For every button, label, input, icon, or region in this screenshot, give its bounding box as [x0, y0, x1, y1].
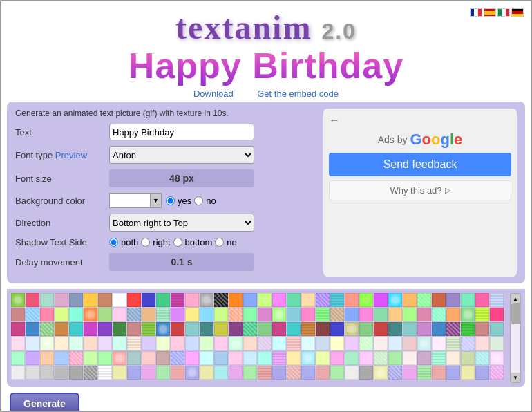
- texture-cell[interactable]: [359, 337, 373, 350]
- texture-cell[interactable]: [171, 308, 184, 321]
- texture-cell[interactable]: [200, 337, 213, 350]
- embed-link[interactable]: Get the embed code: [257, 88, 339, 99]
- shadow-no-label[interactable]: no: [227, 237, 236, 247]
- texture-cell[interactable]: [142, 351, 155, 365]
- texture-cell[interactable]: [403, 293, 417, 307]
- texture-cell[interactable]: [388, 366, 402, 380]
- texture-cell[interactable]: [98, 337, 112, 350]
- texture-cell[interactable]: [142, 293, 155, 307]
- texture-cell[interactable]: [316, 322, 330, 336]
- texture-cell[interactable]: [113, 293, 126, 307]
- bg-no-label[interactable]: no: [206, 196, 216, 206]
- texture-cell[interactable]: [475, 308, 489, 321]
- texture-cell[interactable]: [69, 322, 83, 336]
- texture-cell[interactable]: [490, 293, 504, 307]
- shadow-bottom-radio[interactable]: [173, 238, 182, 247]
- texture-cell[interactable]: [359, 308, 373, 321]
- texture-cell[interactable]: [200, 366, 213, 380]
- texture-cell[interactable]: [55, 293, 68, 307]
- texture-cell[interactable]: [258, 351, 272, 365]
- texture-cell[interactable]: [374, 293, 388, 307]
- texture-cell[interactable]: [461, 366, 475, 380]
- texture-cell[interactable]: [258, 308, 272, 321]
- texture-cell[interactable]: [40, 337, 54, 350]
- texture-cell[interactable]: [359, 293, 373, 307]
- texture-cell[interactable]: [316, 293, 330, 307]
- texture-cell[interactable]: [185, 351, 199, 365]
- texture-cell[interactable]: [490, 366, 504, 380]
- texture-cell[interactable]: [243, 293, 257, 307]
- texture-cell[interactable]: [475, 337, 489, 350]
- texture-cell[interactable]: [69, 351, 83, 365]
- texture-cell[interactable]: [98, 351, 112, 365]
- texture-cell[interactable]: [26, 337, 39, 350]
- texture-cell[interactable]: [214, 293, 228, 307]
- texture-cell[interactable]: [156, 322, 170, 336]
- texture-cell[interactable]: [113, 366, 126, 380]
- color-box[interactable]: [109, 193, 151, 208]
- texture-cell[interactable]: [185, 337, 199, 350]
- texture-cell[interactable]: [374, 366, 388, 380]
- texture-cell[interactable]: [258, 293, 272, 307]
- texture-cell[interactable]: [388, 337, 402, 350]
- texture-cell[interactable]: [461, 293, 475, 307]
- texture-cell[interactable]: [388, 308, 402, 321]
- texture-cell[interactable]: [171, 351, 184, 365]
- texture-cell[interactable]: [345, 293, 359, 307]
- texture-cell[interactable]: [171, 322, 184, 336]
- texture-cell[interactable]: [214, 322, 228, 336]
- texture-cell[interactable]: [417, 322, 431, 336]
- texture-cell[interactable]: [214, 337, 228, 350]
- texture-cell[interactable]: [11, 337, 25, 350]
- texture-cell[interactable]: [316, 351, 330, 365]
- texture-cell[interactable]: [84, 337, 97, 350]
- texture-cell[interactable]: [40, 293, 54, 307]
- texture-cell[interactable]: [272, 322, 286, 336]
- texture-cell[interactable]: [287, 366, 301, 380]
- texture-cell[interactable]: [432, 322, 446, 336]
- texture-cell[interactable]: [287, 322, 301, 336]
- shadow-both-radio[interactable]: [109, 238, 118, 247]
- texture-cell[interactable]: [171, 293, 184, 307]
- texture-cell[interactable]: [40, 351, 54, 365]
- back-arrow[interactable]: ←: [329, 114, 340, 127]
- texture-cell[interactable]: [475, 322, 489, 336]
- texture-cell[interactable]: [446, 337, 460, 350]
- texture-cell[interactable]: [374, 337, 388, 350]
- texture-cell[interactable]: [490, 322, 504, 336]
- texture-cell[interactable]: [330, 366, 344, 380]
- texture-cell[interactable]: [258, 337, 272, 350]
- texture-cell[interactable]: [446, 308, 460, 321]
- texture-cell[interactable]: [171, 366, 184, 380]
- texture-cell[interactable]: [301, 337, 315, 350]
- flag-fr[interactable]: [470, 8, 482, 17]
- texture-cell[interactable]: [417, 308, 431, 321]
- texture-cell[interactable]: [403, 322, 417, 336]
- texture-cell[interactable]: [26, 351, 39, 365]
- texture-cell[interactable]: [345, 308, 359, 321]
- shadow-right-radio[interactable]: [141, 238, 150, 247]
- generate-button[interactable]: Generate: [10, 393, 79, 412]
- texture-cell[interactable]: [113, 337, 126, 350]
- texture-cell[interactable]: [84, 322, 97, 336]
- texture-cell[interactable]: [127, 366, 141, 380]
- texture-cell[interactable]: [446, 366, 460, 380]
- texture-cell[interactable]: [388, 293, 402, 307]
- texture-cell[interactable]: [200, 351, 213, 365]
- texture-cell[interactable]: [272, 308, 286, 321]
- shadow-both-label[interactable]: both: [121, 237, 138, 247]
- flag-it[interactable]: [497, 8, 510, 17]
- texture-cell[interactable]: [316, 366, 330, 380]
- shadow-bottom-label[interactable]: bottom: [185, 237, 213, 247]
- texture-cell[interactable]: [26, 293, 39, 307]
- texture-cell[interactable]: [84, 293, 97, 307]
- texture-cell[interactable]: [461, 351, 475, 365]
- texture-cell[interactable]: [40, 322, 54, 336]
- texture-cell[interactable]: [490, 337, 504, 350]
- texture-cell[interactable]: [214, 308, 228, 321]
- texture-cell[interactable]: [26, 322, 39, 336]
- texture-cell[interactable]: [214, 366, 228, 380]
- texture-cell[interactable]: [243, 308, 257, 321]
- direction-select[interactable]: Bottom right to Top Left to Right Right …: [109, 214, 254, 232]
- texture-cell[interactable]: [287, 337, 301, 350]
